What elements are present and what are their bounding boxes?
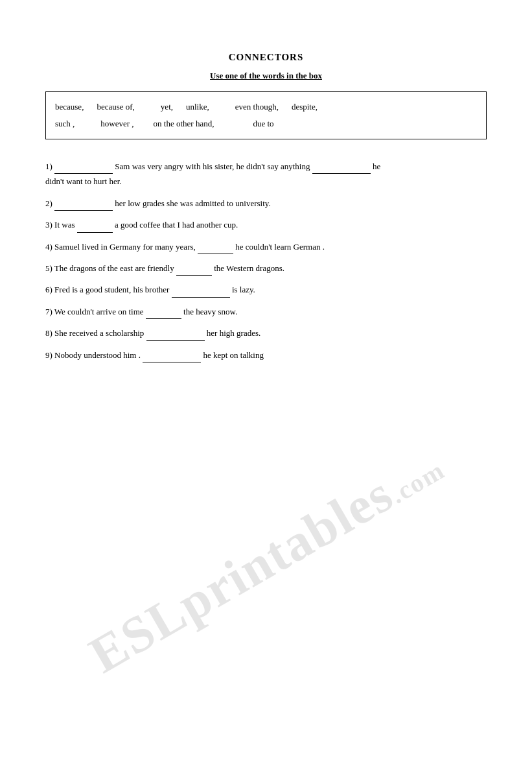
word-because: because, [55,99,84,115]
exercise-8: 8) She received a scholarship her high g… [45,326,487,340]
ex8-text1: her high grades. [205,328,261,338]
word-due-to: due to [253,115,273,132]
ex3-text1: a good coffee that I had another cup. [113,220,238,230]
exercise-2: 2) her low grades she was admitted to un… [45,196,487,211]
word-on-the-other-hand: on the other hand, [154,115,214,132]
watermark-text: ESLprintables.com [79,435,452,685]
ex7-number: 7) We couldn't arrive on time [45,307,146,316]
ex3-blank1[interactable] [77,224,113,233]
exercises-container: 1) Sam was very angry with his sister, h… [45,159,487,362]
ex3-number: 3) It was [45,220,77,230]
word-box-row2: such , however , on the other hand, due … [55,115,477,132]
word-box-row1: because, because of, yet, unlike, even t… [55,99,477,115]
ex8-number: 8) She received a scholarship [45,328,146,338]
ex7-text1: the heavy snow. [181,307,238,316]
word-even-though: even though, [235,99,279,115]
word-however: however , [100,115,133,132]
word-yet: yet, [161,99,173,115]
ex1-number: 1) [45,161,54,171]
exercise-6: 6) Fred is a good student, his brother i… [45,282,487,297]
ex4-text1: he couldn't learn German . [233,242,325,252]
ex4-blank1[interactable] [198,245,233,254]
ex6-blank1[interactable] [172,289,230,298]
exercise-5: 5) The dragons of the east are friendly … [45,261,487,276]
exercise-1: 1) Sam was very angry with his sister, h… [45,159,487,189]
ex1-text1: Sam was very angry with his sister, he d… [113,161,312,171]
ex1-text2: he [371,161,381,171]
ex2-blank1[interactable] [54,202,113,211]
word-despite: despite, [292,99,318,115]
ex9-text1: he kept on talking [201,350,264,360]
exercise-4: 4) Samuel lived in Germany for many year… [45,239,487,254]
ex2-number: 2) [45,198,54,208]
word-such: such , [55,115,75,132]
ex4-number: 4) Samuel lived in Germany for many year… [45,242,198,252]
ex9-number: 9) Nobody understood him . [45,350,143,360]
ex7-blank1[interactable] [146,310,181,319]
ex6-number: 6) Fred is a good student, his brother [45,285,172,294]
ex1-text3: didn't want to hurt her. [45,176,122,186]
word-box: because, because of, yet, unlike, even t… [45,91,487,139]
ex1-blank1[interactable] [54,165,113,174]
page-title: CONNECTORS [45,52,487,63]
ex8-blank1[interactable] [146,332,205,341]
exercise-3: 3) It was a good coffee that I had anoth… [45,217,487,232]
word-unlike: unlike, [186,99,209,115]
word-because-of: because of, [97,99,134,115]
ex6-text1: is lazy. [230,285,255,294]
exercise-7: 7) We couldn't arrive on time the heavy … [45,304,487,319]
ex9-blank1[interactable] [143,353,201,362]
exercise-9: 9) Nobody understood him . he kept on ta… [45,348,487,362]
ex5-number: 5) The dragons of the east are friendly [45,263,176,273]
ex5-text1: the Western dragons. [212,263,284,273]
page-subtitle: Use one of the words in the box [45,71,487,81]
page: CONNECTORS Use one of the words in the b… [0,0,532,758]
ex2-text1: her low grades she was admitted to unive… [113,198,271,208]
ex1-blank2[interactable] [312,165,371,174]
ex5-blank1[interactable] [176,266,212,276]
